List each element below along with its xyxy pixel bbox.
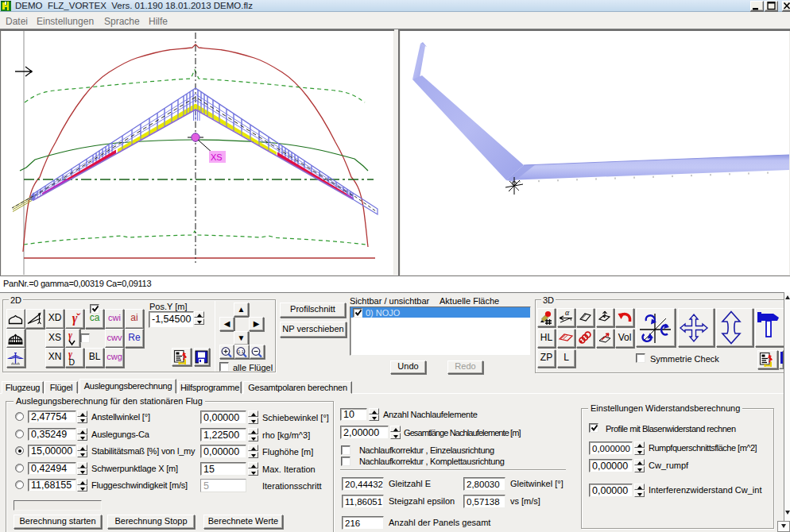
svg-text:1:1: 1:1 (238, 349, 244, 354)
svg-text:γ: γ (68, 330, 72, 341)
svg-text:α: α (565, 309, 570, 317)
svg-text:XS: XS (211, 152, 223, 162)
svg-text:D: D (69, 357, 76, 366)
